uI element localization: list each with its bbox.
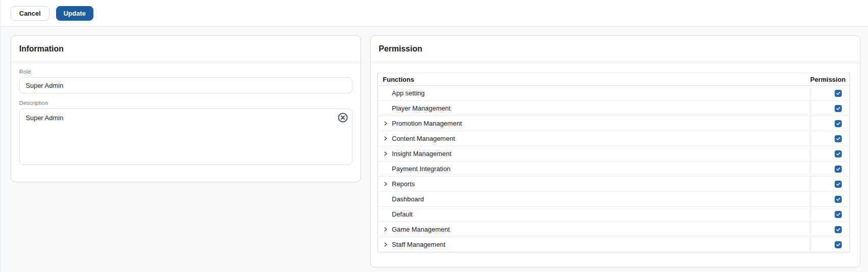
table-row: Insight Management xyxy=(378,146,850,161)
permission-checkbox[interactable] xyxy=(835,90,842,97)
permission-panel-header: Permission xyxy=(371,36,860,62)
row-label: Insight Management xyxy=(392,150,451,157)
row-label: App setting xyxy=(392,89,425,97)
information-panel: Information Role Description Super Admin xyxy=(11,35,361,182)
description-textarea[interactable]: Super Admin xyxy=(19,108,352,165)
information-panel-body: Role Description Super Admin xyxy=(11,62,361,165)
row-label: Content Management xyxy=(392,135,455,142)
permission-checkbox[interactable] xyxy=(835,181,842,188)
permission-panel-title: Permission xyxy=(379,44,422,53)
information-panel-header: Information xyxy=(11,36,361,62)
check-icon xyxy=(836,91,841,96)
check-icon xyxy=(836,136,841,141)
circle-x-icon xyxy=(337,112,348,123)
check-icon xyxy=(836,182,841,187)
chevron-right-icon[interactable] xyxy=(383,227,388,232)
chevron-right-icon[interactable] xyxy=(383,121,388,126)
chevron-right-icon[interactable] xyxy=(383,242,388,247)
cancel-button[interactable]: Cancel xyxy=(11,6,49,21)
table-row: Staff Management xyxy=(378,237,850,252)
row-label: Dashboard xyxy=(392,195,424,203)
description-field-label: Description xyxy=(19,100,352,106)
table-row: Payment Integration xyxy=(378,161,850,177)
description-field: Super Admin xyxy=(19,108,352,165)
chevron-right-icon[interactable] xyxy=(383,151,388,156)
check-icon xyxy=(836,151,841,156)
table-row: Promotion Management xyxy=(378,116,850,131)
table-row: Default xyxy=(378,207,850,222)
check-icon xyxy=(836,106,841,111)
row-label: Reports xyxy=(392,180,415,188)
table-row: Reports xyxy=(378,177,850,192)
information-panel-title: Information xyxy=(19,44,64,53)
check-icon xyxy=(836,167,841,172)
role-input[interactable] xyxy=(19,77,352,93)
check-icon xyxy=(836,242,841,247)
row-label: Default xyxy=(392,210,413,218)
table-row: Dashboard xyxy=(378,192,850,207)
functions-column-header: Functions xyxy=(378,73,810,86)
permission-checkbox[interactable] xyxy=(835,150,842,157)
check-icon xyxy=(836,197,841,202)
chevron-right-icon[interactable] xyxy=(383,136,388,141)
table-row: Player Management xyxy=(378,101,850,116)
permission-checkbox[interactable] xyxy=(835,196,842,203)
permission-checkbox[interactable] xyxy=(835,120,842,127)
content-area: Information Role Description Super Admin xyxy=(1,27,868,272)
permission-column-header: Permission xyxy=(810,73,850,86)
page: Cancel Update Information Role Descripti… xyxy=(0,0,868,272)
permissions-table: Functions Permission App setting xyxy=(377,73,850,252)
permission-panel-body: Functions Permission App setting xyxy=(371,62,860,252)
check-icon xyxy=(836,212,841,217)
permission-checkbox[interactable] xyxy=(835,211,842,218)
table-row: Game Management xyxy=(378,222,850,237)
permission-checkbox[interactable] xyxy=(835,135,842,142)
permissions-table-body: App setting Player Management xyxy=(378,86,850,252)
chevron-right-icon[interactable] xyxy=(383,181,388,187)
row-label: Staff Management xyxy=(392,241,445,248)
permission-checkbox[interactable] xyxy=(835,241,842,248)
clear-description-button[interactable] xyxy=(337,112,349,124)
role-field-label: Role xyxy=(19,69,352,75)
check-icon xyxy=(836,121,841,126)
update-button[interactable]: Update xyxy=(56,6,93,21)
permission-checkbox[interactable] xyxy=(835,226,842,233)
permission-panel: Permission Functions Permission xyxy=(370,35,860,267)
table-row: Content Management xyxy=(378,131,850,146)
row-label: Promotion Management xyxy=(392,120,462,127)
toolbar: Cancel Update xyxy=(1,0,868,27)
permission-checkbox[interactable] xyxy=(835,105,842,112)
check-icon xyxy=(836,227,841,232)
permission-checkbox[interactable] xyxy=(835,166,842,173)
table-row: App setting xyxy=(378,86,850,101)
row-label: Payment Integration xyxy=(392,165,450,173)
row-label: Game Management xyxy=(392,226,450,233)
row-label: Player Management xyxy=(392,104,450,112)
